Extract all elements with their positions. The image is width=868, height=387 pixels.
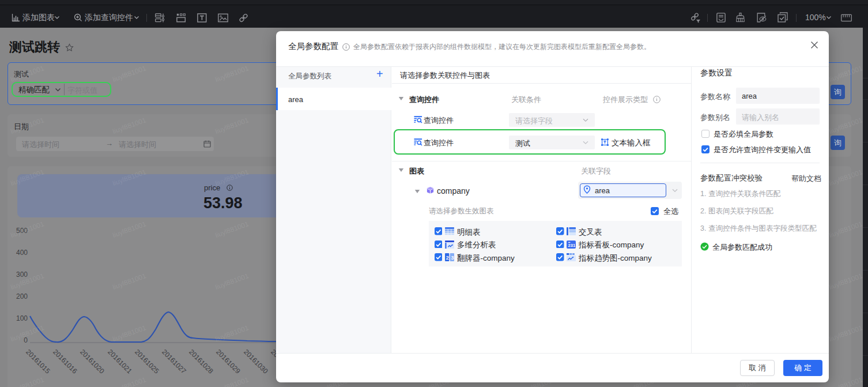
svg-text:3: 3: [451, 255, 454, 261]
svg-text:2: 2: [446, 255, 449, 261]
svg-text:231: 231: [568, 243, 576, 248]
